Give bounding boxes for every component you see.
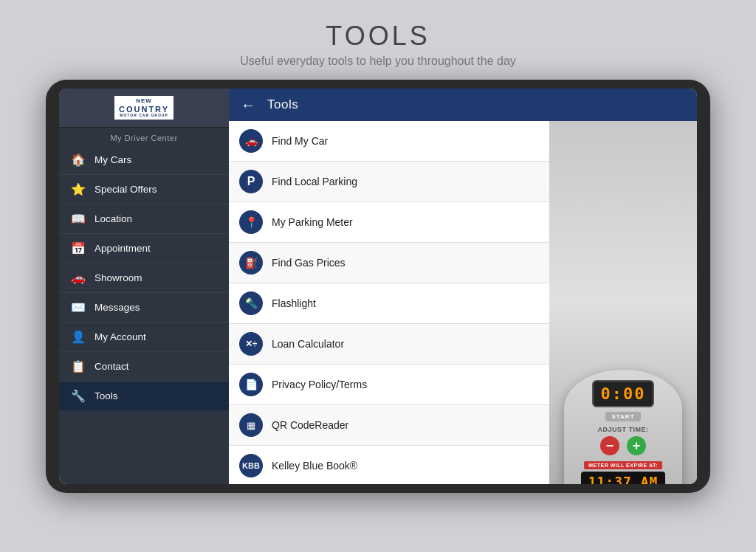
- sidebar: NEW COUNTRY MOTOR CAR GROUP My Driver Ce…: [59, 89, 229, 484]
- sidebar-item-my-cars[interactable]: 🏠 My Cars: [59, 145, 229, 175]
- tool-item-my-parking-meter[interactable]: 📍 My Parking Meter: [229, 202, 549, 243]
- sidebar-item-tools[interactable]: 🔧 Tools: [59, 382, 229, 411]
- page-header: TOOLS Useful everyday tools to help you …: [240, 0, 516, 80]
- tool-item-qr-code-reader[interactable]: ▦ QR CodeReader: [229, 405, 549, 446]
- tool-label-loan-calculator: Loan Calculator: [272, 338, 344, 350]
- calculator-icon: ✕÷: [239, 332, 263, 356]
- qr-code-icon: ▦: [239, 413, 263, 437]
- parking-meter-icon: 📍: [239, 210, 263, 234]
- star-icon: ⭐: [71, 182, 86, 196]
- sidebar-label-my-cars: My Cars: [94, 154, 131, 165]
- main-content: ← Tools 🚗 Find My Car P Find Local Parki…: [229, 89, 697, 484]
- page-subtitle: Useful everyday tools to help you throug…: [240, 55, 516, 68]
- user-icon: 👤: [71, 330, 86, 344]
- tool-label-my-parking-meter: My Parking Meter: [272, 216, 353, 228]
- meter-time-display: 0:00: [592, 380, 655, 407]
- sidebar-label-appointment: Appointment: [94, 243, 151, 254]
- calendar-icon: 📅: [71, 241, 86, 255]
- expire-time-display: 11:37 AM: [581, 472, 666, 484]
- tool-label-kelley-blue-book: Kelley Blue Book®: [272, 460, 357, 472]
- start-button-label[interactable]: START: [605, 412, 640, 421]
- kbb-icon: KBB: [239, 454, 263, 477]
- sidebar-label-location: Location: [94, 213, 132, 224]
- tool-label-qr-code-reader: QR CodeReader: [272, 419, 348, 431]
- driver-center-label: My Driver Center: [59, 128, 229, 145]
- flashlight-icon: 🔦: [239, 291, 263, 315]
- tablet-frame: NEW COUNTRY MOTOR CAR GROUP My Driver Ce…: [46, 80, 710, 493]
- envelope-icon: ✉️: [71, 300, 86, 314]
- adjust-buttons: − +: [600, 436, 646, 455]
- tool-label-flashlight: Flashlight: [272, 297, 316, 309]
- sidebar-label-my-account: My Account: [94, 331, 146, 342]
- tool-label-privacy-policy: Privacy Policy/Terms: [272, 379, 367, 390]
- tools-panel-title: Tools: [267, 97, 298, 112]
- find-local-parking-icon: P: [239, 170, 263, 193]
- sidebar-item-messages[interactable]: ✉️ Messages: [59, 293, 229, 322]
- expire-label: METER WILL EXPIRE AT:: [584, 461, 662, 469]
- brand-logo: NEW COUNTRY MOTOR CAR GROUP: [114, 96, 173, 120]
- sidebar-label-contact: Contact: [94, 361, 129, 372]
- adjust-time-label: ADJUST TIME:: [598, 426, 649, 433]
- sidebar-item-contact[interactable]: 📋 Contact: [59, 352, 229, 382]
- decrease-time-button[interactable]: −: [600, 436, 619, 455]
- tool-item-find-local-parking[interactable]: P Find Local Parking: [229, 162, 549, 202]
- meter-preview: 0:00 START ADJUST TIME: − + METER WILL E…: [549, 121, 697, 484]
- sidebar-item-showroom[interactable]: 🚗 Showroom: [59, 263, 229, 293]
- tablet-screen: NEW COUNTRY MOTOR CAR GROUP My Driver Ce…: [59, 89, 697, 484]
- tools-header: ← Tools: [229, 89, 697, 121]
- home-icon: 🏠: [71, 153, 86, 167]
- parking-meter-display: 0:00 START ADJUST TIME: − + METER WILL E…: [564, 370, 682, 484]
- sidebar-item-special-offers[interactable]: ⭐ Special Offers: [59, 175, 229, 204]
- tools-list: 🚗 Find My Car P Find Local Parking 📍 My …: [229, 121, 549, 484]
- tool-item-loan-calculator[interactable]: ✕÷ Loan Calculator: [229, 324, 549, 365]
- sidebar-item-appointment[interactable]: 📅 Appointment: [59, 234, 229, 263]
- document-icon: 📄: [239, 373, 263, 396]
- tool-item-flashlight[interactable]: 🔦 Flashlight: [229, 283, 549, 324]
- tool-label-find-local-parking: Find Local Parking: [272, 176, 357, 187]
- tool-item-kelley-blue-book[interactable]: KBB Kelley Blue Book®: [229, 446, 549, 484]
- clipboard-icon: 📋: [71, 359, 86, 373]
- sidebar-label-showroom: Showroom: [94, 272, 142, 283]
- gas-station-icon: ⛽: [239, 251, 263, 275]
- increase-time-button[interactable]: +: [627, 436, 646, 455]
- sidebar-logo: NEW COUNTRY MOTOR CAR GROUP: [59, 89, 229, 128]
- sidebar-label-tools: Tools: [94, 390, 118, 401]
- tool-item-find-gas-prices[interactable]: ⛽ Find Gas Prices: [229, 243, 549, 283]
- car-icon: 🚗: [71, 271, 86, 285]
- sidebar-item-my-account[interactable]: 👤 My Account: [59, 322, 229, 352]
- book-icon: 📖: [71, 212, 86, 226]
- sidebar-item-location[interactable]: 📖 Location: [59, 204, 229, 234]
- wrench-icon: 🔧: [71, 389, 86, 403]
- find-my-car-icon: 🚗: [239, 129, 263, 153]
- tool-label-find-my-car: Find My Car: [272, 135, 328, 147]
- sidebar-label-messages: Messages: [94, 302, 140, 313]
- tool-item-privacy-policy[interactable]: 📄 Privacy Policy/Terms: [229, 365, 549, 405]
- tool-item-find-my-car[interactable]: 🚗 Find My Car: [229, 121, 549, 162]
- back-button[interactable]: ←: [241, 97, 255, 114]
- tool-label-find-gas-prices: Find Gas Prices: [272, 257, 346, 269]
- sidebar-label-special-offers: Special Offers: [94, 184, 157, 195]
- page-title: TOOLS: [240, 21, 516, 52]
